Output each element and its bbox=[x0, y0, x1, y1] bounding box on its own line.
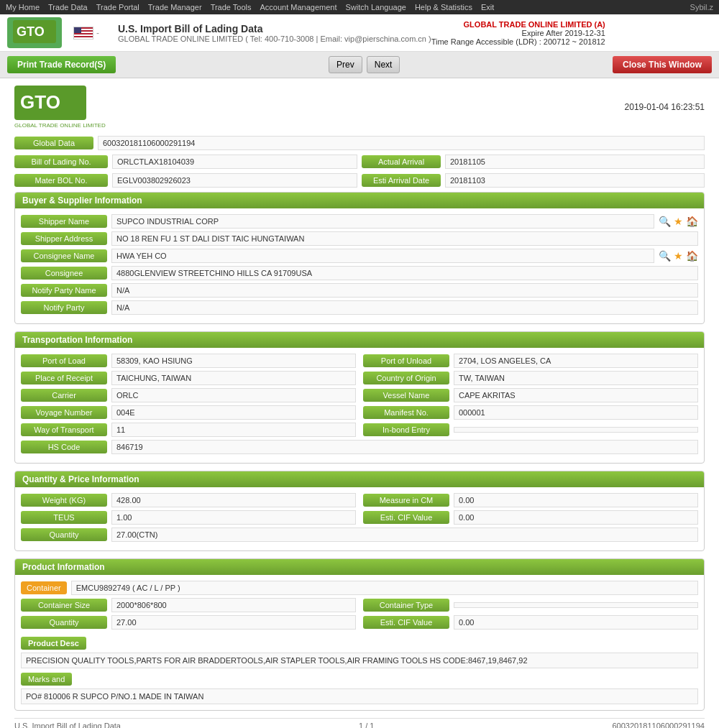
transportation-header: Transportation Information bbox=[15, 332, 704, 348]
teus-label: TEUS bbox=[21, 511, 107, 524]
nav-trade-manager[interactable]: Trade Manager bbox=[148, 3, 202, 11]
header-center: U.S. Import Bill of Lading Data GLOBAL T… bbox=[111, 23, 431, 43]
measure-value: 0.00 bbox=[454, 493, 698, 507]
nav-trade-tools[interactable]: Trade Tools bbox=[211, 3, 252, 11]
carrier-value: ORLC bbox=[111, 388, 356, 402]
shipper-address-label: Shipper Address bbox=[21, 232, 107, 245]
notify-party-name-label: Notify Party Name bbox=[21, 284, 107, 297]
shipper-search-icon[interactable]: 🔍 bbox=[659, 216, 671, 227]
shipper-star-icon[interactable]: ★ bbox=[674, 216, 683, 227]
bol-value: ORLCTLAX18104039 bbox=[112, 155, 357, 169]
product-desc-text: PRECISION QUALITY TOOLS,PARTS FOR AIR BR… bbox=[21, 653, 698, 668]
product-info-header: Product Information bbox=[15, 559, 704, 575]
consignee-label: Consignee bbox=[21, 267, 107, 280]
record-footer-right: 600320181106000291194 bbox=[613, 722, 705, 728]
record-footer: U.S. Import Bill of Lading Data 1 / 1 60… bbox=[14, 718, 705, 728]
manifest-no-value: 000001 bbox=[454, 405, 698, 420]
gto-logo: GTO bbox=[13, 20, 56, 43]
manifest-no-row: Manifest No. 000001 bbox=[363, 405, 698, 420]
port-of-unload-row: Port of Unload 2704, LOS ANGELES, CA bbox=[363, 354, 698, 368]
container-button[interactable]: Container bbox=[21, 581, 67, 594]
logo-area: GTO - U.S. Import Bill of Lading Data GL… bbox=[7, 17, 431, 48]
nav-help-statistics[interactable]: Help & Statistics bbox=[415, 3, 472, 11]
flag-area: - bbox=[73, 27, 99, 40]
teus-row: TEUS 1.00 bbox=[21, 510, 356, 525]
buyer-supplier-header: Buyer & Supplier Information bbox=[15, 193, 704, 208]
nav-switch-language[interactable]: Switch Language bbox=[346, 3, 406, 11]
product-cif-value: 0.00 bbox=[454, 615, 698, 630]
voyage-number-label: Voyage Number bbox=[21, 406, 107, 419]
transportation-content: Port of Load 58309, KAO HSIUNG Port of U… bbox=[15, 348, 704, 463]
contact-info: GLOBAL TRADE ONLINE LIMITED ( Tel: 400-7… bbox=[118, 34, 431, 43]
nav-trade-data[interactable]: Trade Data bbox=[48, 3, 88, 11]
measure-row: Measure in CM 0.00 bbox=[363, 493, 698, 507]
quantity-label-qp: Quantity bbox=[21, 528, 107, 541]
container-row: Container EMCU9892749 ( AC / L / PP ) bbox=[21, 581, 698, 595]
measure-label: Measure in CM bbox=[363, 494, 449, 507]
carrier-label: Carrier bbox=[21, 389, 107, 402]
print-button-top[interactable]: Print Trade Record(S) bbox=[7, 56, 116, 73]
record-logo: GTO GLOBAL TRADE ONLINE LIMITED bbox=[14, 86, 106, 129]
next-button-top[interactable]: Next bbox=[367, 56, 400, 73]
shipper-address-row: Shipper Address NO 18 REN FU 1 ST DALI D… bbox=[21, 231, 698, 246]
esti-cif-value: 0.00 bbox=[454, 510, 698, 525]
buyer-supplier-content: Shipper Name SUPCO INDUSTRIAL CORP 🔍 ★ 🏠… bbox=[15, 208, 704, 323]
container-type-label: Container Type bbox=[363, 599, 449, 612]
nav-trade-portal[interactable]: Trade Portal bbox=[96, 3, 139, 11]
weight-row: Weight (KG) 428.00 bbox=[21, 493, 356, 507]
place-of-receipt-row: Place of Receipt TAICHUNG, TAIWAN bbox=[21, 371, 356, 385]
header-bar: GTO - U.S. Import Bill of Lading Data GL… bbox=[0, 14, 719, 52]
country-of-origin-row: Country of Origin TW, TAIWAN bbox=[363, 371, 698, 385]
port-of-unload-label: Port of Unload bbox=[363, 354, 449, 367]
top-action-bar: Print Trade Record(S) Prev Next Close Th… bbox=[0, 52, 719, 78]
esti-cif-label: Esti. CIF Value bbox=[363, 511, 449, 524]
prev-button-top[interactable]: Prev bbox=[329, 56, 362, 73]
esti-arrival-value: 20181103 bbox=[445, 173, 705, 188]
in-bond-entry-label: In-bond Entry bbox=[363, 423, 449, 436]
quantity-price-content: Weight (KG) 428.00 Measure in CM 0.00 TE… bbox=[15, 487, 704, 550]
consignee-star-icon[interactable]: ★ bbox=[674, 250, 683, 262]
shipper-name-label: Shipper Name bbox=[21, 215, 107, 228]
top-navigation: My Home Trade Data Trade Portal Trade Ma… bbox=[0, 0, 719, 14]
notify-party-name-row: Notify Party Name N/A bbox=[21, 283, 698, 298]
nav-my-home[interactable]: My Home bbox=[6, 3, 40, 11]
nav-exit[interactable]: Exit bbox=[481, 3, 494, 11]
username-display: Sybil.z bbox=[690, 3, 713, 11]
record-footer-left: U.S. Import Bill of Lading Data bbox=[14, 722, 121, 728]
nav-account-management[interactable]: Account Management bbox=[260, 3, 337, 11]
quantity-value-qp: 27.00(CTN) bbox=[111, 527, 698, 542]
global-data-row: Global Data 600320181106000291194 bbox=[14, 136, 705, 150]
hs-code-label: HS Code bbox=[21, 441, 107, 453]
header-right: GLOBAL TRADE ONLINE LIMITED (A) Expire A… bbox=[431, 20, 605, 46]
notify-party-row: Notify Party N/A bbox=[21, 300, 698, 315]
port-of-load-row: Port of Load 58309, KAO HSIUNG bbox=[21, 354, 356, 368]
consignee-home-icon[interactable]: 🏠 bbox=[686, 250, 698, 262]
port-of-load-value: 58309, KAO HSIUNG bbox=[111, 354, 356, 368]
consignee-search-icon[interactable]: 🔍 bbox=[659, 250, 671, 262]
notify-party-name-value: N/A bbox=[111, 283, 698, 298]
carrier-row: Carrier ORLC bbox=[21, 388, 356, 402]
product-quantity-label: Quantity bbox=[21, 616, 107, 629]
port-of-load-label: Port of Load bbox=[21, 354, 107, 367]
container-size-label: Container Size bbox=[21, 599, 107, 612]
notify-party-label: Notify Party bbox=[21, 301, 107, 314]
record-footer-center: 1 / 1 bbox=[359, 722, 374, 728]
marks-button[interactable]: Marks and bbox=[21, 673, 72, 686]
actual-arrival-label: Actual Arrival bbox=[362, 155, 441, 168]
weight-label: Weight (KG) bbox=[21, 494, 107, 507]
close-button-top[interactable]: Close This Window bbox=[613, 56, 712, 73]
esti-arrival-pair: Esti Arrival Date 20181103 bbox=[362, 173, 705, 188]
marks-text: PO# 810006 R SUPCO P/NO.1 MADE IN TAIWAN bbox=[21, 688, 698, 704]
voyage-number-row: Voyage Number 004E bbox=[21, 405, 356, 420]
expire-info: Expire After 2019-12-31 bbox=[431, 29, 605, 37]
shipper-home-icon[interactable]: 🏠 bbox=[686, 216, 698, 227]
country-of-origin-value: TW, TAIWAN bbox=[454, 371, 698, 385]
quantity-price-header: Quantity & Price Information bbox=[15, 471, 704, 487]
shipper-name-row: Shipper Name SUPCO INDUSTRIAL CORP 🔍 ★ 🏠 bbox=[21, 214, 698, 229]
esti-cif-row: Esti. CIF Value 0.00 bbox=[363, 510, 698, 525]
gto-record-logo: GTO bbox=[14, 86, 86, 120]
vessel-name-row: Vessel Name CAPE AKRITAS bbox=[363, 388, 698, 402]
voyage-number-value: 004E bbox=[111, 405, 356, 420]
quantity-row-qp: Quantity 27.00(CTN) bbox=[21, 527, 698, 542]
transportation-section: Transportation Information Port of Load … bbox=[14, 331, 705, 464]
